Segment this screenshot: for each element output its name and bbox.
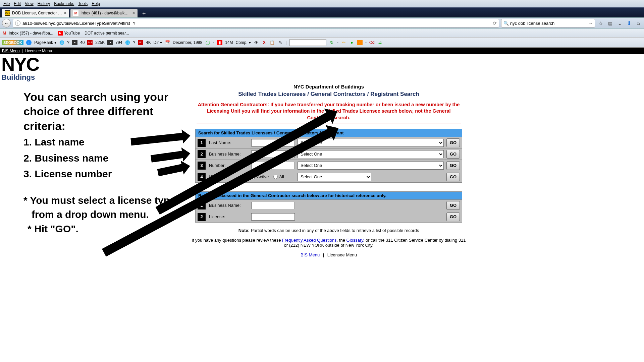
browser-search-box[interactable]: 🔍 → — [501, 19, 595, 27]
search-go-icon[interactable]: → — [588, 21, 593, 26]
tab-title: Inbox (481) - dave@balkan... — [80, 11, 130, 15]
reload-icon[interactable]: ⟳ — [493, 20, 497, 26]
url-input[interactable] — [22, 21, 491, 26]
menu-help[interactable]: Help — [90, 1, 102, 7]
footer-licensee-label: Licensee Menu — [327, 252, 357, 257]
menu-edit[interactable]: Edit — [12, 1, 23, 7]
row-label: Last Name: — [208, 140, 251, 145]
info-icon[interactable]: i — [26, 40, 32, 45]
sync-icon[interactable]: ⇄ — [377, 40, 383, 45]
dept-subheading: Skilled Trades Licensees / General Contr… — [191, 91, 466, 98]
radio-label: All — [279, 174, 284, 179]
seo-q2: ? — [133, 40, 135, 45]
menu-view[interactable]: View — [23, 1, 36, 7]
tab-close-icon[interactable]: × — [132, 11, 135, 15]
site-info-icon[interactable]: i — [15, 20, 20, 26]
number-type-select[interactable]: Select One — [298, 162, 444, 170]
row-number: 1 — [198, 139, 206, 147]
nav-separator: | — [323, 252, 324, 257]
footer-bis-link[interactable]: BIS Menu — [301, 252, 320, 257]
pagerank-chip[interactable]: PageRank ▾ — [34, 40, 56, 45]
seo-search-input[interactable] — [289, 39, 326, 46]
bookmark-label: Inbox (357) - dave@ba... — [9, 31, 53, 36]
search-icon: 🔍 — [503, 21, 509, 26]
eye-icon[interactable]: 👁 — [254, 40, 259, 45]
gmail-icon: M — [3, 31, 7, 36]
licensee-menu-label: Licensee Menu — [25, 49, 52, 53]
highlighter-icon[interactable]: ✏ — [341, 40, 346, 45]
back-button[interactable]: ← — [2, 19, 11, 27]
leaf-icon[interactable]: ● — [349, 40, 355, 45]
youtube-icon: ▶ — [58, 31, 63, 36]
menu-bookmarks[interactable]: Bookmarks — [52, 1, 76, 7]
calendar-icon: 📅 — [165, 40, 170, 45]
link-break-icon[interactable]: ⌫ — [369, 40, 375, 45]
bookmark-label: YouTube — [64, 31, 80, 36]
nyc-logo-subtitle: Buildings — [1, 73, 643, 82]
downloads-icon[interactable]: ⬇ — [625, 19, 633, 27]
edit-icon[interactable]: ✎ — [278, 40, 283, 45]
globe-icon[interactable]: 🌐 — [59, 40, 64, 45]
seo-794: 794 — [115, 40, 122, 45]
seo-q1: ? — [67, 40, 69, 45]
new-tab-button[interactable]: + — [139, 10, 149, 17]
go-button[interactable]: GO — [446, 201, 460, 210]
browser-menubar: File Edit View History Bookmarks Tools H… — [0, 0, 644, 7]
url-bar[interactable]: i ⟳ — [13, 19, 499, 27]
row-label: License: — [208, 214, 251, 219]
view-type-select[interactable]: Select One — [298, 173, 371, 181]
bookmark-youtube[interactable]: ▶ YouTube — [58, 31, 80, 36]
menu-file[interactable]: File — [1, 1, 12, 7]
tab-title: DOB License, Contractor S... — [12, 11, 62, 15]
seobook-logo-icon[interactable]: SEOBOOK — [2, 40, 23, 45]
glossary-link[interactable]: Glossary — [346, 238, 363, 243]
home-icon[interactable]: ⌂ — [635, 19, 642, 27]
go-button[interactable]: GO — [446, 161, 460, 170]
rss-icon[interactable]: · — [357, 40, 363, 45]
go-button[interactable]: GO — [446, 213, 460, 221]
note-icon[interactable]: 📋 — [270, 40, 275, 45]
pocket-icon[interactable]: ⌄ — [616, 19, 623, 27]
row-label: Business Name: — [208, 203, 251, 208]
bookmark-label: DOT active permit sear... — [85, 31, 129, 36]
help-text: If you have any questions please review … — [191, 238, 466, 248]
faq-link[interactable]: Frequently Asked Questions — [282, 238, 337, 243]
x-red-icon[interactable]: X — [262, 40, 267, 45]
library-icon[interactable]: ▤ — [606, 19, 614, 27]
menu-tools[interactable]: Tools — [76, 1, 90, 7]
bookmark-inbox[interactable]: M Inbox (357) - dave@ba... — [3, 31, 53, 36]
refresh-icon[interactable]: ↻ — [329, 40, 334, 45]
bookmark-dot-permit[interactable]: DOT active permit sear... — [85, 31, 129, 36]
view-all-radio[interactable] — [273, 175, 278, 179]
browser-tab-active[interactable]: DOB DOB License, Contractor S... × — [2, 9, 69, 17]
footer-nav: BIS Menu | Licensee Menu — [191, 252, 466, 257]
businessname-type-select[interactable]: Select One — [298, 150, 444, 158]
page-top-nav: BIS Menu | Licensee Menu — [0, 48, 644, 54]
go-button[interactable]: GO — [446, 138, 460, 147]
go-button[interactable]: GO — [446, 150, 460, 159]
main-content: You can search using your choice of thre… — [0, 82, 644, 258]
mj2-icon: MJ — [138, 40, 143, 45]
browser-search-input[interactable] — [510, 21, 588, 26]
dir-chip[interactable]: Dir ▾ — [154, 40, 162, 45]
comp-chip[interactable]: Comp. ▾ — [236, 40, 251, 45]
gc-license-input[interactable] — [251, 213, 295, 221]
bookmark-star-icon[interactable]: ☆ — [597, 19, 604, 27]
gc-businessname-input[interactable] — [251, 202, 295, 209]
menu-history[interactable]: History — [36, 1, 52, 7]
stat2-icon: ▪ — [107, 40, 113, 45]
browser-tabstrip: DOB DOB License, Contractor S... × M Inb… — [0, 7, 644, 17]
browser-tab[interactable]: M Inbox (481) - dave@balkan... × — [70, 9, 138, 17]
block2-header: Records accessed in the General Contract… — [196, 192, 462, 199]
seo-225k: 225K — [95, 40, 105, 45]
tab-close-icon[interactable]: × — [64, 11, 66, 15]
go-button[interactable]: GO — [446, 173, 460, 181]
bookmarks-toolbar: M Inbox (357) - dave@ba... ▶ YouTube DOT… — [0, 29, 644, 38]
gc-row-businessname: 1 Business Name: GO — [196, 199, 462, 211]
row-number: 3 — [198, 162, 206, 170]
globe2-icon[interactable]: 🌐 — [125, 40, 130, 45]
stat-icon: ▪ — [72, 40, 77, 45]
dept-heading: NYC Department of Buildings — [191, 84, 466, 89]
bis-menu-link[interactable]: BIS Menu — [2, 49, 20, 53]
browser-urlbar-row: ← i ⟳ 🔍 → ☆ ▤ ⌄ ⬇ ⌂ — [0, 17, 644, 29]
